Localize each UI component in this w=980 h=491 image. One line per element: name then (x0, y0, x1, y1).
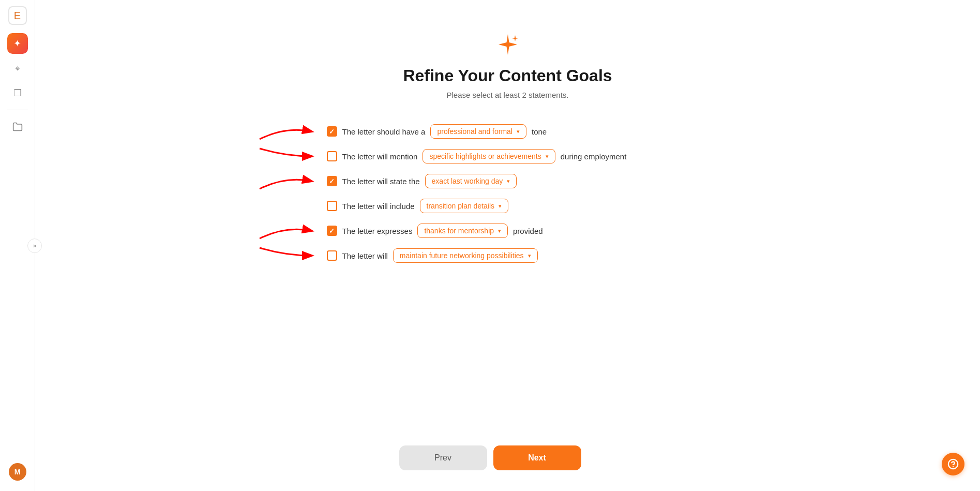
checkbox-tone[interactable] (327, 126, 337, 137)
checkbox-lastday[interactable] (327, 176, 337, 186)
arrow-tone (254, 121, 316, 142)
statement-highlights-before: The letter will mention (342, 152, 418, 161)
arrow-highlights (254, 146, 316, 167)
arrow-mentorship (254, 220, 316, 241)
arrow-networking (254, 245, 316, 266)
chevron-down-icon: ▾ (498, 228, 501, 234)
user-avatar[interactable]: M (9, 463, 26, 481)
bottom-navigation: Prev Next (399, 445, 581, 470)
statement-mentorship-after: provided (513, 227, 543, 235)
chevron-down-icon: ▾ (546, 153, 549, 160)
chevron-down-icon: ▾ (528, 252, 531, 259)
checkbox-highlights[interactable] (327, 151, 337, 161)
prev-button[interactable]: Prev (399, 445, 487, 470)
dropdown-lastday[interactable]: exact last working day ▾ (425, 174, 517, 188)
dropdown-transition[interactable]: transition plan details ▾ (420, 199, 509, 213)
chevron-down-icon: ▾ (507, 178, 510, 185)
dropdown-networking[interactable]: maintain future networking possibilities… (393, 248, 538, 263)
sidebar-folder-button[interactable] (7, 116, 28, 137)
sidebar-item-ai[interactable]: ✦ (7, 33, 28, 54)
statement-networking: The letter will maintain future networki… (327, 248, 689, 263)
sidebar-item-documents[interactable]: ❐ (7, 83, 28, 103)
checkbox-networking[interactable] (327, 250, 337, 261)
checkbox-transition[interactable] (327, 201, 337, 211)
chevron-down-icon: ▾ (499, 203, 502, 210)
support-button[interactable] (942, 453, 964, 475)
sidebar-collapse-button[interactable]: » (27, 239, 42, 253)
app-logo[interactable]: E (8, 6, 27, 25)
dropdown-mentorship[interactable]: thanks for mentorship ▾ (417, 224, 508, 238)
dropdown-tone[interactable]: professional and formal ▾ (430, 124, 526, 139)
statement-highlights-after: during employment (561, 152, 627, 161)
page-title: Refine Your Content Goals (403, 66, 612, 85)
statement-mentorship: The letter expresses thanks for mentorsh… (327, 224, 689, 238)
statement-lastday-before: The letter will state the (342, 177, 420, 186)
statement-mentorship-before: The letter expresses (342, 227, 413, 235)
chevron-down-icon: ▾ (517, 128, 520, 135)
statement-lastday: The letter will state the exact last wor… (327, 174, 689, 188)
page-subtitle: Please select at least 2 statements. (447, 91, 569, 99)
statement-tone: The letter should have a professional an… (327, 124, 689, 139)
statement-tone-before: The letter should have a (342, 127, 426, 136)
statements-container: The letter should have a professional an… (327, 124, 689, 263)
sidebar-item-search[interactable]: ⌖ (7, 58, 28, 79)
statement-tone-after: tone (532, 127, 547, 136)
statement-transition: The letter will include transition plan … (327, 199, 689, 213)
statement-networking-before: The letter will (342, 251, 388, 260)
arrow-lastday (254, 171, 316, 191)
next-button[interactable]: Next (493, 445, 581, 470)
sidebar-divider (7, 110, 28, 110)
sparkle-icon (494, 31, 521, 58)
checkbox-mentorship[interactable] (327, 226, 337, 236)
statement-highlights: The letter will mention specific highlig… (327, 149, 689, 163)
dropdown-highlights[interactable]: specific highlights or achievements ▾ (423, 149, 555, 163)
statement-transition-before: The letter will include (342, 202, 415, 211)
main-content: Refine Your Content Goals Please select … (35, 0, 980, 491)
sidebar: E ✦ ⌖ ❐ » M (0, 0, 35, 491)
